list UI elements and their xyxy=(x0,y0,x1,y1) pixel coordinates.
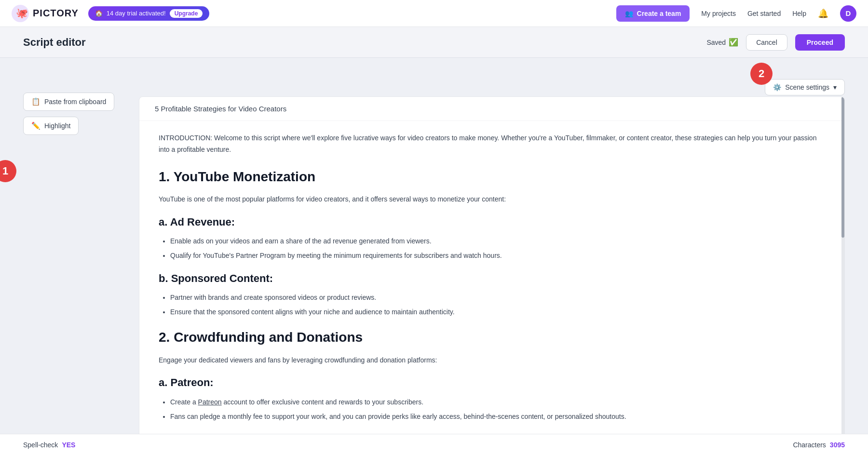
characters-area: Characters 3095 xyxy=(793,441,845,449)
scrollbar-thumb[interactable] xyxy=(841,97,844,238)
section1-body: YouTube is one of the most popular platf… xyxy=(159,194,825,205)
section1b-heading: b. Sponsored Content: xyxy=(159,269,825,287)
check-icon: ✅ xyxy=(729,38,738,47)
step2-badge: 2 xyxy=(750,63,773,85)
trial-text: 14 day trial activated! xyxy=(107,10,166,17)
intro-paragraph: INTRODUCTION: Welcome to this script whe… xyxy=(159,133,825,156)
editor-container[interactable]: 5 Profitable Strategies for Video Creato… xyxy=(139,96,845,449)
highlight-button[interactable]: ✏️ Highlight xyxy=(23,117,79,135)
editor-body[interactable]: INTRODUCTION: Welcome to this script whe… xyxy=(139,121,844,449)
trial-icon: 🏠 xyxy=(95,10,103,17)
bullet-item: Partner with brands and create sponsored… xyxy=(170,292,825,304)
saved-label: Saved xyxy=(706,39,726,46)
section1b-bullets: Partner with brands and create sponsored… xyxy=(170,292,825,318)
help-link[interactable]: Help xyxy=(792,10,806,17)
section2a-heading: a. Patreon: xyxy=(159,374,825,391)
bullet-item: Qualify for YouTube's Partner Program by… xyxy=(170,250,825,262)
get-started-link[interactable]: Get started xyxy=(747,10,781,17)
page-title: Script editor xyxy=(23,36,86,49)
my-projects-link[interactable]: My projects xyxy=(701,10,736,17)
people-icon: 👥 xyxy=(625,10,633,17)
paste-from-clipboard-button[interactable]: 📋 Paste from clipboard xyxy=(23,93,114,111)
bullet-item: Ensure that the sponsored content aligns… xyxy=(170,307,825,318)
logo-text: PICTORY xyxy=(33,8,79,19)
section2a-bullets: Create a Patreon account to offer exclus… xyxy=(170,397,825,423)
scene-settings-button[interactable]: ⚙️ Scene settings ▾ xyxy=(765,79,845,95)
pictory-logo-icon: 🐙 xyxy=(12,5,29,22)
characters-count: 3095 xyxy=(830,441,845,449)
gear-icon: ⚙️ xyxy=(773,83,781,91)
left-tools: 1 📋 Paste from clipboard ✏️ Highlight xyxy=(23,73,120,449)
cancel-button[interactable]: Cancel xyxy=(746,34,787,51)
bullet-item: Enable ads on your videos and earn a sha… xyxy=(170,236,825,247)
sub-header: Script editor Saved ✅ Cancel Proceed xyxy=(0,27,868,58)
clipboard-icon: 📋 xyxy=(31,97,41,106)
section2-body: Engage your dedicated viewers and fans b… xyxy=(159,355,825,366)
spell-check-area: Spell-check YES xyxy=(23,441,75,449)
logo-area: 🐙 PICTORY xyxy=(12,5,79,22)
scrollbar-track[interactable] xyxy=(841,97,844,449)
section1a-heading: a. Ad Revenue: xyxy=(159,213,825,231)
main-area: 1 📋 Paste from clipboard ✏️ Highlight 2 … xyxy=(0,58,868,455)
characters-label: Characters xyxy=(793,441,826,449)
avatar[interactable]: D xyxy=(840,5,856,22)
bullet-item: Create a Patreon account to offer exclus… xyxy=(170,397,825,408)
bottom-bar: Spell-check YES Characters 3095 xyxy=(0,434,868,455)
trial-badge: 🏠 14 day trial activated! Upgrade xyxy=(88,6,210,21)
editor-title-bar: 5 Profitable Strategies for Video Creato… xyxy=(139,97,844,121)
saved-status: Saved ✅ xyxy=(706,38,738,47)
notifications-icon[interactable]: 🔔 xyxy=(818,8,828,19)
highlighter-icon: ✏️ xyxy=(31,121,41,130)
chevron-down-icon: ▾ xyxy=(833,83,837,91)
section2-heading: 2. Crowdfunding and Donations xyxy=(159,326,825,349)
top-navigation: 🐙 PICTORY 🏠 14 day trial activated! Upgr… xyxy=(0,0,868,27)
editor-wrapper: 2 ⚙️ Scene settings ▾ 5 Profitable Strat… xyxy=(139,73,845,449)
sub-header-actions: Saved ✅ Cancel Proceed xyxy=(706,34,845,51)
svg-text:🐙: 🐙 xyxy=(16,7,28,19)
spell-check-label: Spell-check xyxy=(23,441,58,449)
section1a-bullets: Enable ads on your videos and earn a sha… xyxy=(170,236,825,262)
proceed-button[interactable]: Proceed xyxy=(795,34,845,51)
bullet-item: Fans can pledge a monthly fee to support… xyxy=(170,411,825,423)
nav-right: 👥 Create a team My projects Get started … xyxy=(616,5,856,22)
section1-heading: 1. YouTube Monetization xyxy=(159,165,825,188)
spell-check-toggle[interactable]: YES xyxy=(62,441,75,449)
create-team-button[interactable]: 👥 Create a team xyxy=(616,5,690,22)
step1-badge: 1 xyxy=(0,160,16,182)
upgrade-button[interactable]: Upgrade xyxy=(170,9,203,18)
